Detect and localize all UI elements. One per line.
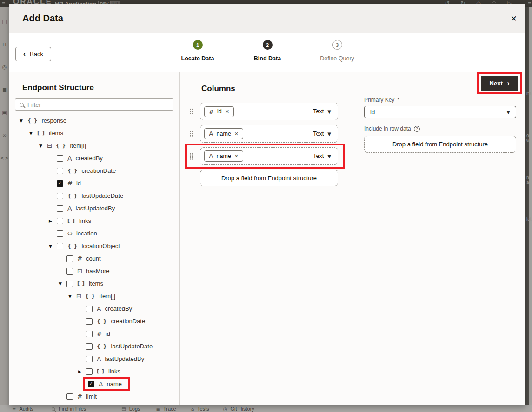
checkbox-unchecked[interactable] — [57, 218, 63, 224]
help-icon[interactable]: ? — [414, 126, 420, 132]
tree-node-label[interactable]: response — [42, 117, 66, 124]
checkbox-unchecked[interactable] — [57, 168, 63, 174]
chevron-down-icon[interactable]: ▼ — [29, 131, 37, 136]
tree-row: ▼[ ]items — [9, 127, 179, 139]
checkbox-checked[interactable] — [57, 180, 63, 187]
object-type-icon: { } — [67, 193, 78, 199]
tree-row: ▼⊟{ }item[i] — [9, 290, 179, 302]
drag-handle-icon[interactable] — [190, 108, 193, 115]
checkbox-unchecked[interactable] — [86, 343, 93, 350]
checkbox-unchecked[interactable] — [66, 393, 73, 400]
tree-node-label[interactable]: creationDate — [111, 318, 146, 325]
checkbox-unchecked[interactable] — [57, 155, 63, 162]
checkbox-unchecked[interactable] — [86, 368, 93, 375]
tree-node-label[interactable]: locationObject — [82, 242, 120, 249]
endpoint-tree: ▼{ }response▼[ ]items▼⊟{ }item[i]Acreate… — [9, 114, 179, 405]
remove-icon[interactable]: ✕ — [225, 109, 229, 115]
primary-key-value: id — [370, 109, 375, 116]
object-type-icon: { } — [97, 343, 107, 349]
column-field-box[interactable]: Aname✕Text▼ — [200, 125, 338, 143]
remove-icon[interactable]: ✕ — [234, 131, 239, 137]
checkbox-unchecked[interactable] — [57, 193, 63, 199]
checkbox-unchecked[interactable] — [57, 243, 63, 249]
checkbox-unchecked[interactable] — [57, 230, 63, 237]
number-type-icon: # — [97, 330, 102, 337]
tree-node-label[interactable]: item[i] — [99, 293, 115, 300]
next-button[interactable]: Next › — [481, 76, 518, 91]
checkbox-unchecked[interactable] — [66, 255, 73, 262]
remove-icon[interactable]: ✕ — [234, 153, 239, 159]
datatype-dropdown[interactable]: Text▼ — [313, 108, 331, 115]
dialog-title: Add Data — [22, 13, 63, 24]
tree-node-label[interactable]: count — [86, 255, 101, 262]
checkbox-checked[interactable] — [88, 381, 94, 387]
chevron-down-icon[interactable]: ▼ — [68, 294, 76, 299]
column-field-box[interactable]: #id✕Text▼ — [200, 103, 338, 120]
tree-node-label[interactable]: item[i] — [70, 142, 86, 149]
column-row: Aname✕Text▼ — [190, 125, 345, 143]
tree-node-label[interactable]: lastUpdatedBy — [76, 205, 115, 212]
field-chip-name[interactable]: Aname✕ — [204, 150, 243, 162]
chevron-down-icon[interactable]: ▼ — [49, 244, 57, 249]
tree-row: ▼{ }locationObject — [9, 240, 179, 252]
tree-node-label[interactable]: createdBy — [76, 155, 103, 162]
field-chip-label: id — [217, 108, 222, 115]
filter-input[interactable] — [27, 101, 169, 108]
checkbox-unchecked[interactable] — [66, 268, 73, 275]
step-define-query[interactable]: 3Define Query — [302, 40, 372, 62]
step-bind-data[interactable]: 2Bind Data — [233, 40, 302, 62]
tree-node-label[interactable]: id — [76, 180, 81, 187]
string-type-icon: A — [99, 380, 103, 388]
checkbox-unchecked[interactable] — [86, 306, 93, 312]
chevron-down-icon[interactable]: ▼ — [59, 281, 66, 286]
tree-node-label[interactable]: creationDate — [82, 167, 116, 174]
field-chip-id[interactable]: #id✕ — [204, 106, 234, 117]
step-label: Bind Data — [254, 55, 281, 62]
drag-handle-icon[interactable] — [190, 153, 193, 160]
chevron-right-icon[interactable]: ▶ — [78, 369, 86, 374]
field-chip-name[interactable]: Aname✕ — [204, 128, 243, 139]
array-type-icon: [ ] — [77, 281, 85, 287]
tree-node-label[interactable]: items — [89, 280, 103, 287]
number-type-icon: # — [209, 108, 214, 115]
wizard-stepper: 1Locate Data2Bind Data3Define Query — [9, 40, 525, 62]
datatype-value: Text — [313, 131, 324, 137]
include-row-data-label: Include in row data ? — [364, 125, 516, 132]
tree-node-label[interactable]: lastUpdateDate — [111, 343, 153, 350]
tree-node-label[interactable]: links — [108, 368, 120, 375]
datatype-value: Text — [313, 108, 324, 115]
tree-node-label[interactable]: lastUpdateDate — [82, 192, 124, 199]
checkbox-unchecked[interactable] — [66, 281, 73, 287]
tree-row: { }lastUpdateDate — [9, 340, 179, 353]
row-data-drop-zone[interactable]: Drop a field from Endpoint structure — [364, 136, 516, 153]
tree-node-label[interactable]: createdBy — [105, 305, 133, 312]
checkbox-unchecked[interactable] — [57, 205, 63, 212]
tree-node-label[interactable]: items — [49, 130, 63, 137]
primary-key-select[interactable]: id ▼ — [364, 106, 516, 118]
tree-node-label[interactable]: limit — [86, 393, 97, 400]
close-icon[interactable]: ✕ — [511, 14, 517, 23]
drag-handle-icon[interactable] — [190, 131, 193, 137]
tree-row: AlastUpdatedBy — [9, 202, 179, 215]
checkbox-unchecked[interactable] — [86, 318, 93, 325]
tree-node-label[interactable]: location — [76, 230, 97, 237]
tree-node-label[interactable]: hasMore — [86, 268, 110, 275]
filter-field[interactable] — [15, 98, 173, 111]
tree-node-label[interactable]: lastUpdatedBy — [105, 355, 145, 362]
datatype-dropdown[interactable]: Text▼ — [313, 131, 331, 137]
step-locate-data[interactable]: 1Locate Data — [163, 40, 233, 62]
chevron-down-icon[interactable]: ▼ — [39, 144, 47, 148]
tree-node-label[interactable]: name — [107, 380, 122, 387]
object-type-icon: { } — [56, 143, 66, 149]
column-field-box[interactable]: Aname✕Text▼ — [200, 147, 338, 165]
tree-row: ▶[ ]links — [9, 365, 179, 378]
tree-node-label[interactable]: links — [79, 217, 91, 224]
chevron-down-icon[interactable]: ▼ — [20, 118, 27, 123]
tree-node-label[interactable]: id — [106, 330, 110, 337]
chevron-right-icon[interactable]: ▶ — [49, 219, 57, 223]
datatype-dropdown[interactable]: Text▼ — [313, 153, 331, 159]
tree-row: { }lastUpdateDate — [9, 190, 179, 202]
checkbox-unchecked[interactable] — [86, 356, 93, 362]
columns-drop-zone[interactable]: Drop a field from Endpoint structure — [200, 170, 338, 186]
checkbox-unchecked[interactable] — [86, 331, 93, 337]
